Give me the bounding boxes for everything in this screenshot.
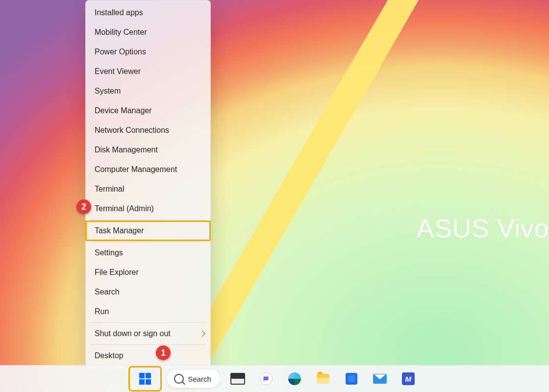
search-icon bbox=[174, 374, 184, 384]
menu-item-device-manager[interactable]: Device Manager bbox=[86, 101, 210, 121]
microsoft-store-icon bbox=[346, 373, 357, 385]
menu-item-desktop[interactable]: Desktop bbox=[86, 346, 210, 366]
edge-icon bbox=[288, 372, 301, 385]
menu-item-mobility-center[interactable]: Mobility Center bbox=[86, 23, 210, 42]
desktop-wallpaper bbox=[0, 0, 549, 392]
menu-item-label: File Explorer bbox=[95, 268, 139, 277]
annotation-badge-1: 1 bbox=[156, 345, 171, 360]
menu-item-label: Search bbox=[95, 288, 120, 296]
menu-item-label: Event Viewer bbox=[95, 67, 141, 76]
menu-item-task-manager[interactable]: Task Manager bbox=[86, 221, 210, 241]
taskbar-chat[interactable] bbox=[255, 368, 277, 390]
menu-separator bbox=[91, 220, 205, 220]
menu-separator bbox=[91, 344, 205, 345]
windows-logo-icon bbox=[139, 373, 151, 385]
menu-item-installed-apps[interactable]: Installed apps bbox=[86, 3, 210, 23]
menu-separator bbox=[91, 242, 205, 242]
menu-item-shut-down-or-sign-out[interactable]: Shut down or sign out bbox=[86, 324, 210, 343]
winx-context-menu: Installed apps Mobility Center Power Opt… bbox=[85, 0, 211, 368]
task-view-icon bbox=[230, 373, 245, 385]
menu-item-terminal[interactable]: Terminal bbox=[86, 179, 210, 199]
menu-item-label: Settings bbox=[95, 248, 123, 257]
taskbar-microsoft-store[interactable] bbox=[341, 368, 362, 390]
taskbar-file-explorer[interactable] bbox=[312, 368, 334, 390]
menu-item-label: Network Connections bbox=[95, 126, 169, 135]
taskbar-edge[interactable] bbox=[284, 368, 305, 390]
menu-item-settings[interactable]: Settings bbox=[86, 243, 210, 263]
search-placeholder: Search bbox=[188, 375, 211, 383]
menu-separator bbox=[91, 322, 205, 323]
menu-item-label: Disk Management bbox=[95, 146, 158, 154]
menu-item-file-explorer[interactable]: File Explorer bbox=[86, 263, 210, 282]
menu-item-label: Computer Management bbox=[95, 165, 177, 174]
taskbar-mail[interactable] bbox=[369, 368, 391, 390]
menu-item-search[interactable]: Search bbox=[86, 282, 210, 302]
chat-icon bbox=[260, 372, 273, 385]
menu-item-label: Mobility Center bbox=[95, 28, 147, 37]
start-button[interactable] bbox=[130, 368, 160, 390]
menu-item-label: Installed apps bbox=[95, 8, 143, 17]
menu-item-label: Terminal (Admin) bbox=[95, 204, 154, 213]
file-explorer-icon bbox=[317, 374, 329, 384]
menu-item-network-connections[interactable]: Network Connections bbox=[86, 121, 210, 140]
menu-item-label: System bbox=[95, 87, 121, 96]
taskbar-myasus[interactable]: M bbox=[398, 368, 419, 390]
annotation-badge-2: 2 bbox=[76, 199, 91, 214]
myasus-icon: M bbox=[402, 372, 415, 385]
menu-item-label: Desktop bbox=[95, 351, 124, 360]
menu-item-run[interactable]: Run bbox=[86, 302, 210, 321]
taskbar-search[interactable]: Search bbox=[167, 369, 220, 388]
menu-item-computer-management[interactable]: Computer Management bbox=[86, 160, 210, 179]
mail-icon bbox=[373, 374, 387, 384]
menu-item-power-options[interactable]: Power Options bbox=[86, 42, 210, 62]
chevron-right-icon bbox=[199, 331, 205, 337]
taskbar: Search M bbox=[0, 365, 549, 392]
menu-item-label: Run bbox=[95, 307, 109, 316]
menu-item-event-viewer[interactable]: Event Viewer bbox=[86, 62, 210, 81]
menu-item-label: Device Manager bbox=[95, 106, 152, 115]
menu-item-system[interactable]: System bbox=[86, 81, 210, 101]
taskbar-task-view[interactable] bbox=[227, 368, 249, 390]
menu-item-label: Power Options bbox=[95, 48, 146, 56]
menu-item-disk-management[interactable]: Disk Management bbox=[86, 140, 210, 160]
menu-item-terminal-admin[interactable]: Terminal (Admin) bbox=[86, 199, 210, 219]
menu-item-label: Shut down or sign out bbox=[95, 329, 171, 338]
menu-item-label: Terminal bbox=[95, 185, 124, 194]
menu-item-label: Task Manager bbox=[95, 226, 144, 235]
